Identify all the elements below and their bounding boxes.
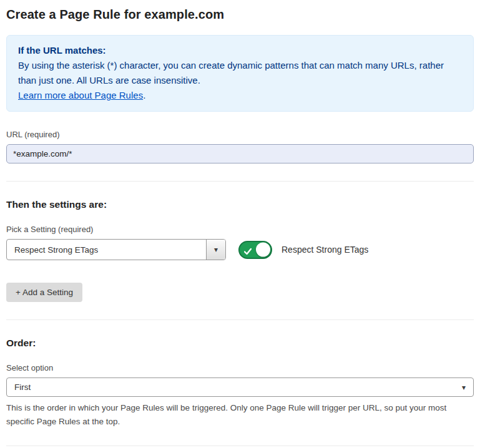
toggle-knob <box>256 243 270 257</box>
info-box-body: By using the asterisk (*) character, you… <box>18 58 462 88</box>
divider <box>6 446 474 446</box>
divider <box>6 319 474 320</box>
order-help-text: This is the order in which your Page Rul… <box>6 401 471 428</box>
caret-down-icon: ▾ <box>462 383 466 392</box>
info-box-link-line: Learn more about Page Rules. <box>18 88 462 103</box>
caret-down-icon: ▾ <box>214 245 218 254</box>
setting-select[interactable]: Respect Strong ETags ▾ <box>6 239 226 260</box>
info-box-heading: If the URL matches: <box>18 43 462 58</box>
page-title: Create a Page Rule for example.com <box>6 7 474 22</box>
setting-row: Respect Strong ETags ▾ Respect Strong ET… <box>6 239 474 260</box>
setting-select-dropdown-button[interactable]: ▾ <box>206 240 225 260</box>
order-section-heading: Order: <box>6 338 474 349</box>
toggle-label: Respect Strong ETags <box>282 245 368 255</box>
settings-section-heading: Then the settings are: <box>6 199 474 210</box>
learn-more-link[interactable]: Learn more about Page Rules <box>18 90 143 100</box>
order-select[interactable]: First ▾ <box>6 377 474 397</box>
page-container: Create a Page Rule for example.com If th… <box>0 0 480 448</box>
pick-setting-label: Pick a Setting (required) <box>6 225 474 234</box>
link-suffix: . <box>143 90 145 100</box>
setting-select-value: Respect Strong ETags <box>7 240 206 260</box>
divider <box>6 181 474 182</box>
add-setting-button[interactable]: + Add a Setting <box>6 283 82 302</box>
url-matches-info-box: If the URL matches: By using the asteris… <box>6 35 474 112</box>
setting-toggle[interactable] <box>238 241 272 259</box>
order-select-value: First <box>14 382 31 392</box>
url-field-label: URL (required) <box>6 130 474 139</box>
order-select-label: Select option <box>6 363 474 373</box>
check-icon <box>244 246 252 258</box>
url-input[interactable] <box>6 144 474 163</box>
